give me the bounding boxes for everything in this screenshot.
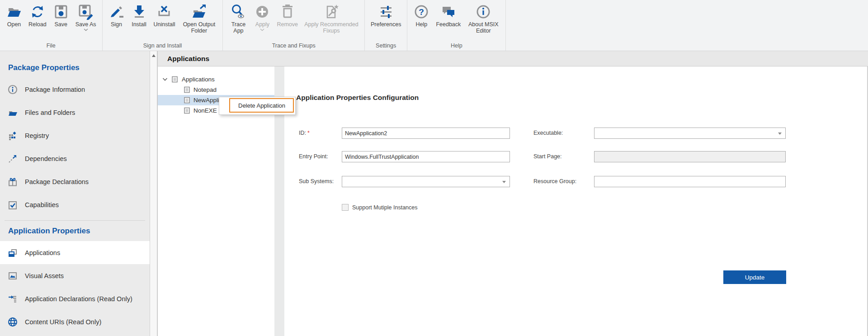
ribbon-group-label-help: Help bbox=[410, 42, 503, 51]
sidebar-item-application-declarations[interactable]: Application Declarations (Read Only) bbox=[0, 287, 150, 310]
sidebar: Package Properties Package Information F… bbox=[0, 51, 150, 336]
sidebar-item-content-uris[interactable]: Content URIs (Read Only) bbox=[0, 310, 150, 333]
question-circle-icon: ? bbox=[413, 4, 429, 20]
open-folder-icon bbox=[6, 4, 22, 20]
document-icon bbox=[184, 86, 190, 93]
uninstall-button[interactable]: Uninstall bbox=[151, 2, 179, 28]
sidebar-heading-package-properties: Package Properties bbox=[8, 63, 150, 72]
reload-icon bbox=[29, 4, 46, 20]
install-button[interactable]: Install bbox=[128, 2, 151, 28]
reload-label: Reload bbox=[28, 21, 47, 28]
save-as-icon bbox=[78, 4, 94, 20]
sidebar-item-package-declarations[interactable]: Package Declarations bbox=[0, 170, 150, 193]
files-and-folders-icon bbox=[8, 108, 18, 118]
sign-button[interactable]: Sign bbox=[105, 2, 128, 28]
help-button[interactable]: ? Help bbox=[410, 2, 433, 28]
sidebar-item-label: Package Declarations bbox=[25, 178, 89, 185]
application-declarations-icon bbox=[8, 294, 18, 304]
save-icon bbox=[53, 4, 69, 20]
apply-label: Apply bbox=[255, 21, 269, 28]
sub-systems-label: Sub Systems: bbox=[299, 176, 334, 187]
entry-point-input[interactable] bbox=[342, 151, 510, 162]
id-input[interactable] bbox=[342, 128, 510, 139]
sidebar-item-applications[interactable]: Applications bbox=[0, 241, 150, 264]
ribbon-group-label-settings: Settings bbox=[368, 42, 404, 51]
context-menu: Delete Application bbox=[219, 97, 296, 115]
remove-label: Remove bbox=[277, 21, 298, 28]
tree-item-applications-root[interactable]: Applications bbox=[158, 74, 274, 85]
sidebar-item-label: Content URIs (Read Only) bbox=[25, 318, 101, 326]
sidebar-item-label: Capabilities bbox=[25, 201, 59, 208]
ribbon-group-trace-and-fixups: Trace App Apply Remove bbox=[223, 0, 365, 51]
support-multiple-instances-checkbox[interactable] bbox=[342, 204, 349, 211]
package-information-icon bbox=[8, 85, 18, 95]
update-button[interactable]: Update bbox=[723, 270, 786, 284]
preferences-button[interactable]: Preferences bbox=[368, 2, 404, 28]
trace-app-label: Trace App bbox=[229, 21, 248, 34]
sidebar-item-package-information[interactable]: Package Information bbox=[0, 78, 150, 101]
sidebar-heading-application-properties: Application Properties bbox=[8, 227, 150, 236]
ribbon-group-label-sign-and-install: Sign and Install bbox=[105, 42, 220, 51]
ribbon-group-label-file: File bbox=[3, 42, 99, 51]
executable-combobox[interactable] bbox=[594, 128, 786, 139]
trace-app-button[interactable]: Trace App bbox=[226, 2, 251, 34]
dropdown-arrow-icon bbox=[502, 181, 506, 183]
sidebar-item-dependencies[interactable]: Dependencies bbox=[0, 147, 150, 170]
save-as-label: Save As bbox=[75, 21, 96, 28]
tree-item-notepad[interactable]: Notepad bbox=[158, 85, 274, 95]
applications-icon bbox=[8, 248, 18, 258]
sidebar-item-label: Package Information bbox=[25, 86, 85, 93]
open-button[interactable]: Open bbox=[3, 2, 25, 28]
open-output-folder-icon bbox=[191, 4, 207, 20]
sidebar-scrollbar[interactable] bbox=[150, 51, 157, 336]
id-label: ID:* bbox=[299, 128, 310, 139]
resource-group-input[interactable] bbox=[594, 176, 786, 187]
sidebar-item-files-and-folders[interactable]: Files and Folders bbox=[0, 101, 150, 124]
ribbon-group-label-trace-and-fixups: Trace and Fixups bbox=[226, 42, 362, 51]
sidebar-item-visual-assets[interactable]: Visual Assets bbox=[0, 264, 150, 287]
support-multiple-instances-row: Support Mutiple Instances bbox=[342, 204, 418, 211]
uninstall-icon bbox=[156, 4, 172, 20]
reload-button[interactable]: Reload bbox=[25, 2, 50, 28]
tree-item-label: NonEXE bbox=[193, 107, 217, 114]
sub-systems-combobox[interactable] bbox=[342, 176, 510, 187]
content-uris-icon bbox=[8, 317, 18, 327]
chevron-down-icon bbox=[260, 28, 264, 31]
context-menu-item-delete-application[interactable]: Delete Application bbox=[229, 98, 294, 113]
start-page-input bbox=[594, 151, 786, 162]
sliders-icon bbox=[378, 4, 394, 20]
document-icon bbox=[184, 97, 190, 104]
sidebar-item-label: Files and Folders bbox=[25, 109, 75, 116]
sidebar-item-label: Registry bbox=[25, 132, 49, 139]
feedback-button[interactable]: Feedback bbox=[433, 2, 464, 28]
package-declarations-icon bbox=[8, 177, 18, 187]
panel-title: Applications bbox=[157, 51, 868, 66]
help-label: Help bbox=[416, 21, 428, 28]
document-icon bbox=[171, 76, 178, 83]
open-output-folder-button[interactable]: Open Output Folder bbox=[178, 2, 220, 34]
install-label: Install bbox=[132, 21, 146, 28]
about-msix-editor-button[interactable]: About MSIX Editor bbox=[464, 2, 503, 34]
trash-icon bbox=[279, 4, 296, 20]
form-heading: Application Properties Configuration bbox=[296, 94, 419, 102]
scroll-up-arrow-icon[interactable] bbox=[152, 54, 156, 57]
executable-label: Executable: bbox=[533, 128, 563, 139]
dropdown-arrow-icon bbox=[778, 133, 782, 135]
sidebar-item-registry[interactable]: Registry bbox=[0, 124, 150, 147]
save-as-button[interactable]: Save As bbox=[72, 2, 99, 31]
sidebar-item-label: Applications bbox=[25, 249, 60, 256]
start-page-label: Start Page: bbox=[533, 151, 562, 162]
tree-item-label: Applications bbox=[182, 76, 215, 83]
remove-button: Remove bbox=[274, 2, 301, 28]
registry-icon bbox=[8, 131, 18, 141]
svg-text:?: ? bbox=[419, 7, 425, 17]
feedback-label: Feedback bbox=[436, 21, 461, 28]
install-arrow-icon bbox=[131, 4, 147, 20]
required-asterisk: * bbox=[307, 130, 310, 136]
preferences-label: Preferences bbox=[371, 21, 401, 28]
sign-label: Sign bbox=[111, 21, 122, 28]
save-button[interactable]: Save bbox=[50, 2, 72, 28]
msix-editor-window: Open Reload Save bbox=[0, 0, 868, 336]
apply-recommended-fixups-button: Apply Recommended Fixups bbox=[301, 2, 362, 34]
sidebar-item-capabilities[interactable]: Capabilities bbox=[0, 193, 150, 216]
